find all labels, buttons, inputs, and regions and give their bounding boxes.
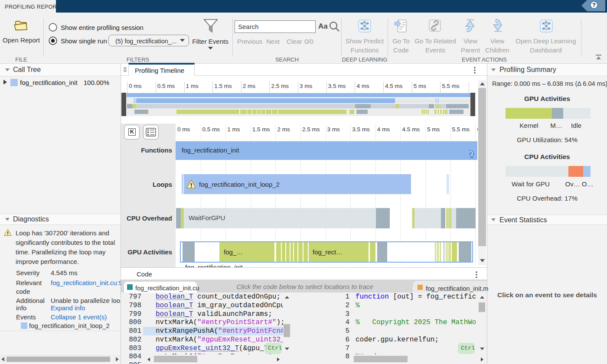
svg-text:?: ? [592,2,596,8]
